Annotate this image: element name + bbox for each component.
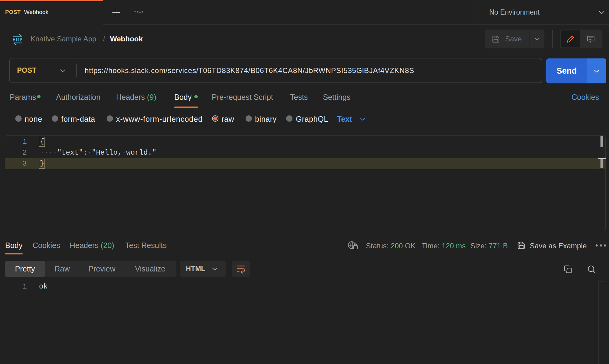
- svg-text:HTTP: HTTP: [13, 37, 22, 43]
